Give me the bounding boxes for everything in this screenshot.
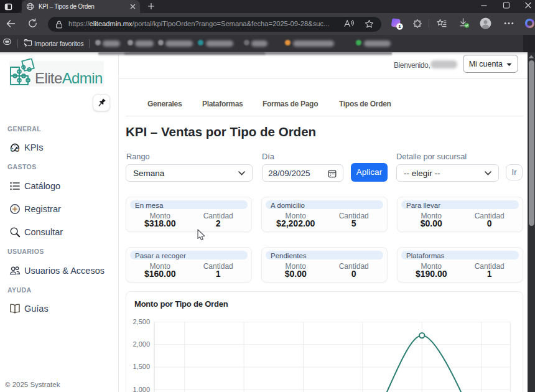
toolbar-separator	[429, 19, 429, 27]
extensions-puzzle-icon[interactable]	[412, 19, 422, 29]
bookmark-item[interactable]	[135, 40, 154, 47]
sidebar-item-label: Registrar	[24, 204, 61, 214]
people-icon	[9, 265, 21, 276]
cantidad-value: 0	[460, 218, 519, 228]
welcome-username-blurred	[430, 60, 457, 68]
rango-select-value: Semana	[133, 169, 164, 178]
monto-value: $2,202.00	[264, 218, 327, 228]
aplicar-button[interactable]: Aplicar	[351, 163, 388, 182]
sidebar-item-label: KPIs	[24, 142, 44, 152]
tab-formas-de-pago[interactable]: Formas de Pago	[263, 100, 318, 108]
bookmark-item[interactable]	[293, 40, 334, 47]
sucursal-select-value: -- elegir --	[404, 169, 440, 178]
window-minimize-button[interactable]	[480, 0, 488, 11]
sidebar-item-usuarios-accesos[interactable]: Usuarios & Accesos	[0, 264, 118, 279]
sidebar-footer: © 2025 Systratek	[5, 381, 60, 388]
lock-icon[interactable]	[55, 21, 63, 29]
bookmark-item[interactable]	[364, 40, 391, 47]
sidebar: EliteAdmin GENERAL KPIs GASTOS Catálogo …	[0, 52, 119, 392]
bookmark-item[interactable]	[103, 40, 120, 47]
section-label-usuarios: USUARIOS	[7, 248, 44, 255]
profile-avatar-icon[interactable]	[480, 17, 491, 29]
kpi-card-pasar-a-recoger: Pasar a recogerMontoCantidad$160.001	[126, 247, 252, 282]
sidebar-item-label: Catálogo	[24, 181, 60, 191]
kpi-card-title: Pendientes	[271, 252, 307, 259]
globe-favicon	[26, 2, 34, 11]
caret-down-icon	[506, 63, 512, 67]
tab-close-icon[interactable]	[129, 3, 136, 10]
bookmark-item[interactable]	[251, 40, 268, 47]
rango-select[interactable]: Semana	[126, 164, 253, 182]
chevron-down-icon	[485, 171, 491, 175]
sidebar-item-registrar[interactable]: Registrar	[0, 202, 118, 217]
bookmark-favicon-teal[interactable]	[198, 40, 203, 45]
scrollbar-thumb[interactable]	[529, 60, 534, 226]
kpi-card-title: A domicilio	[271, 202, 305, 209]
tab-generales[interactable]: Generales	[147, 100, 182, 108]
kpi-card-pendientes: PendientesMontoCantidad$0.000	[261, 247, 388, 282]
scrollbar-up-arrow[interactable]	[528, 54, 534, 59]
bookmark-favicon[interactable]	[244, 40, 249, 45]
favorite-star-icon[interactable]	[365, 19, 374, 29]
dia-date-input[interactable]: 28/09/2025	[262, 164, 343, 182]
downloads-icon[interactable]	[458, 17, 470, 29]
copilot-icon[interactable]	[524, 18, 535, 29]
dia-label: Día	[262, 152, 274, 161]
svg-text:2,000: 2,000	[133, 340, 150, 348]
bookmark-favicon[interactable]	[158, 40, 164, 45]
monto-value: $190.00	[400, 269, 463, 279]
tab-actions-icon	[4, 3, 12, 11]
sidebar-item-catalogo[interactable]: Catálogo	[0, 179, 118, 194]
section-label-general: GENERAL	[7, 125, 41, 133]
more-menu-icon[interactable]	[504, 22, 514, 25]
refresh-icon[interactable]	[27, 18, 38, 29]
account-dropdown-button[interactable]: Mi cuenta	[463, 55, 518, 73]
sidebar-item-kpis[interactable]: KPIs	[0, 141, 118, 156]
sidebar-item-consultar[interactable]: Consultar	[0, 225, 118, 240]
monto-value: $160.00	[129, 269, 192, 279]
svg-text:1,000: 1,000	[133, 386, 150, 392]
bookmark-item[interactable]	[206, 40, 233, 47]
svg-text:2,500: 2,500	[133, 318, 150, 325]
window-close-button[interactable]	[524, 0, 533, 11]
kpi-card-para-llevar: Para llevarMontoCantidad$0.000	[397, 197, 523, 232]
kpi-card-title: Plataformas	[406, 252, 444, 259]
collections-icon[interactable]	[3, 39, 11, 45]
window-maximize-button[interactable]	[502, 0, 511, 11]
calendar-icon[interactable]	[328, 169, 337, 178]
brand-wordmark: EliteAdmin	[35, 70, 103, 87]
ir-button[interactable]: Ir	[506, 164, 523, 180]
import-favorites-icon	[24, 39, 32, 47]
blur-smudge-dark	[124, 52, 265, 55]
new-tab-button[interactable]	[147, 2, 155, 10]
account-button-label: Mi cuenta	[469, 60, 503, 68]
chevron-down-icon	[238, 171, 245, 175]
sidebar-item-label: Usuarios & Accesos	[24, 266, 105, 276]
bookmark-favicon[interactable]	[128, 40, 133, 45]
search-icon	[9, 226, 21, 238]
favorites-hub-icon[interactable]	[436, 18, 447, 29]
sidebar-item-label: Guías	[24, 304, 49, 314]
pin-icon	[97, 98, 106, 108]
tab-tipos-de-orden[interactable]: Tipos de Orden	[339, 100, 391, 108]
back-icon[interactable]	[5, 18, 16, 29]
import-favorites-label[interactable]: Importar favoritos	[34, 40, 84, 47]
sucursal-select[interactable]: -- elegir --	[396, 164, 499, 182]
monto-value: $0.00	[400, 218, 463, 228]
sidebar-item-label: Consultar	[24, 227, 63, 237]
bookmarks-separator-2	[89, 39, 90, 48]
monto-value: $0.00	[264, 269, 327, 279]
kpi-card-title: Pasar a recoger	[135, 252, 186, 259]
kpi-card-title: En mesa	[135, 202, 163, 209]
bookmark-favicon-orange[interactable]	[285, 40, 291, 45]
sucursal-label: Detalle por sucursal	[396, 152, 467, 161]
extension-colorful-icon[interactable]: 1	[391, 18, 404, 31]
bookmark-favicon[interactable]	[95, 40, 101, 45]
tabs-divider	[126, 116, 523, 116]
read-aloud-icon[interactable]	[343, 19, 355, 29]
bookmark-favicon-green[interactable]	[356, 40, 361, 45]
sidebar-item-guias[interactable]: Guías	[0, 302, 118, 317]
tab-plataformas[interactable]: Plataformas	[202, 100, 243, 108]
bookmark-item[interactable]	[165, 40, 193, 47]
section-label-ayuda: AYUDA	[7, 286, 31, 294]
